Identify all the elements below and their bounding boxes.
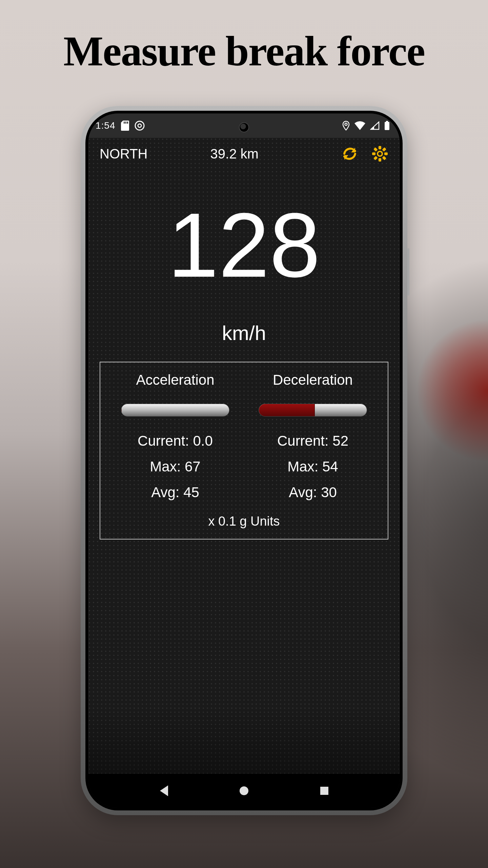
deceleration-bar: [259, 404, 367, 417]
location-icon: [342, 121, 350, 131]
status-time: 1:54: [96, 120, 116, 131]
svg-point-3: [135, 121, 144, 130]
svg-point-5: [345, 123, 347, 126]
phone-mock: 1:54: [81, 106, 407, 815]
deceleration-avg: Avg: 30: [289, 484, 337, 501]
nav-back-icon[interactable]: [160, 785, 168, 796]
svg-rect-11: [384, 152, 388, 155]
camera-punchhole: [239, 122, 249, 132]
sd-card-icon: [121, 121, 129, 131]
deceleration-bar-fill: [259, 404, 315, 416]
svg-rect-12: [382, 147, 386, 152]
signal-icon: [370, 121, 380, 130]
svg-rect-2: [127, 122, 128, 124]
page-title: Measure break force: [0, 0, 488, 76]
svg-rect-14: [373, 147, 378, 152]
acceleration-column: Acceleration Current: 0.0 Max: 67: [106, 372, 244, 501]
distance-value: 39.2 km: [210, 146, 259, 162]
settings-icon[interactable]: [371, 145, 388, 162]
svg-rect-0: [124, 122, 125, 124]
svg-rect-1: [125, 122, 126, 124]
deceleration-title: Deceleration: [273, 372, 353, 388]
nav-recent-icon[interactable]: [320, 787, 328, 795]
deceleration-column: Deceleration Current: 52 Max: 54: [244, 372, 382, 501]
battery-icon: [384, 121, 390, 130]
acceleration-bar: [121, 404, 229, 417]
svg-rect-13: [373, 156, 378, 160]
speed-value: 128: [88, 199, 400, 291]
app-screen: 1:54: [88, 113, 400, 808]
svg-rect-6: [386, 121, 388, 122]
rotation-lock-icon: [135, 121, 145, 131]
app-header: NORTH 39.2 km: [88, 138, 400, 166]
speed-display: 128 km/h: [88, 199, 400, 345]
nav-home-icon[interactable]: [240, 786, 248, 795]
svg-rect-9: [379, 158, 381, 162]
svg-rect-7: [385, 122, 389, 130]
metrics-units-note: x 0.1 g Units: [106, 514, 382, 529]
acceleration-title: Acceleration: [136, 372, 214, 388]
direction-label: NORTH: [100, 146, 147, 162]
android-nav-bar: [88, 774, 400, 808]
acceleration-bar-fill: [121, 404, 122, 416]
deceleration-max: Max: 54: [287, 459, 338, 475]
svg-rect-8: [379, 146, 381, 149]
phone-side-button: [407, 248, 409, 296]
metrics-panel: Acceleration Current: 0.0 Max: 67: [100, 362, 388, 539]
acceleration-max: Max: 67: [150, 459, 200, 475]
acceleration-avg: Avg: 45: [151, 484, 199, 501]
deceleration-current: Current: 52: [277, 433, 348, 449]
svg-rect-10: [372, 152, 375, 155]
svg-point-4: [138, 124, 141, 127]
acceleration-current: Current: 0.0: [138, 433, 213, 449]
speed-unit: km/h: [88, 321, 400, 345]
svg-rect-15: [382, 156, 386, 160]
wifi-icon: [354, 121, 365, 130]
refresh-icon[interactable]: [342, 146, 358, 162]
